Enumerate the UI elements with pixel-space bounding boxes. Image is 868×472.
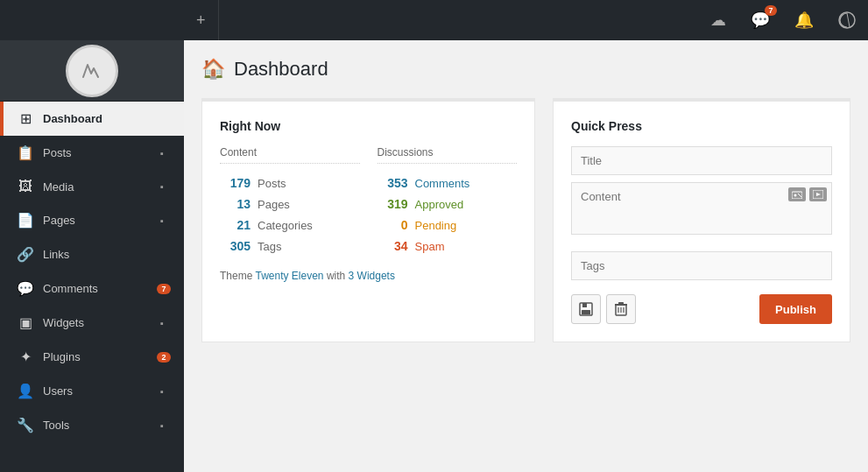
sidebar-item-pages[interactable]: 📄 Pages ▪ (0, 203, 184, 237)
posts-expand-icon: ▪ (153, 148, 171, 159)
disc-row-approved: 319 Approved (378, 194, 518, 215)
sidebar-item-posts[interactable]: 📋 Posts ▪ (0, 136, 184, 170)
wp-logo-svg (79, 58, 105, 84)
theme-name-link[interactable]: Twenty Eleven (255, 270, 323, 282)
logo-circle (66, 45, 118, 97)
sidebar-item-tools[interactable]: 🔧 Tools ▪ (0, 408, 184, 442)
svg-rect-5 (582, 303, 587, 307)
nav-left: 👤 Users (17, 383, 73, 399)
stat-label-tags: Tags (258, 240, 281, 253)
media-icon: 🖼 (17, 179, 34, 194)
sidebar: ⊞ Dashboard 📋 Posts ▪ 🖼 Media ▪ (0, 40, 184, 472)
widgets-expand-icon: ▪ (153, 318, 171, 328)
disc-number-pending: 0 (378, 218, 408, 232)
disc-label-approved[interactable]: Approved (415, 198, 464, 211)
svg-rect-6 (582, 310, 590, 314)
add-image-icon[interactable] (788, 187, 806, 201)
svg-rect-9 (618, 302, 624, 304)
sidebar-item-media[interactable]: 🖼 Media ▪ (0, 170, 184, 203)
sidebar-item-label: Pages (43, 214, 75, 227)
publish-button[interactable]: Publish (759, 294, 832, 324)
nav-left: 💬 Comments (17, 280, 98, 297)
cloud-icon[interactable]: ☁ (698, 0, 738, 40)
widgets-link[interactable]: 3 Widgets (349, 270, 395, 282)
theme-with: with (327, 270, 349, 282)
content-area: 🏠 Dashboard Right Now Content 179 Posts (184, 40, 868, 472)
disc-row-pending: 0 Pending (378, 215, 518, 236)
discussions-column: Discussions 353 Comments 319 Approved 0 … (378, 146, 518, 257)
theme-line: Theme Twenty Eleven with 3 Widgets (220, 270, 517, 282)
users-icon: 👤 (17, 383, 34, 399)
comments-icon[interactable]: 💬 7 (738, 0, 782, 40)
qp-content-wrapper (571, 182, 832, 244)
sidebar-item-label: Posts (43, 146, 72, 159)
theme-text: Theme (220, 270, 252, 282)
disc-label-spam[interactable]: Spam (415, 240, 445, 253)
nav-left: ⊞ Dashboard (17, 110, 102, 127)
sidebar-item-users[interactable]: 👤 Users ▪ (0, 374, 184, 408)
sidebar-item-label: Links (43, 248, 69, 261)
save-draft-button[interactable] (571, 294, 601, 324)
pages-expand-icon: ▪ (153, 215, 171, 226)
sidebar-item-label: Media (43, 180, 74, 194)
nav-left: ▣ Widgets (17, 314, 84, 331)
svg-rect-1 (792, 192, 802, 199)
tools-icon: 🔧 (17, 417, 34, 433)
sidebar-item-label: Plugins (43, 350, 81, 363)
stat-label-posts: Posts (258, 177, 286, 190)
right-now-card: Right Now Content 179 Posts 13 Pages (201, 98, 535, 342)
plugins-icon: ✦ (17, 349, 34, 365)
save-icon (579, 302, 593, 316)
stat-row-pages: 13 Pages (220, 194, 360, 215)
tools-expand-icon: ▪ (153, 420, 171, 431)
sidebar-item-dashboard[interactable]: ⊞ Dashboard (0, 102, 184, 136)
stat-number-pages: 13 (220, 197, 251, 211)
quick-press-tags-input[interactable] (571, 251, 832, 280)
stat-row-categories: 21 Categories (220, 215, 360, 236)
disc-row-comments: 353 Comments (378, 173, 518, 194)
disc-number-spam: 34 (378, 239, 408, 253)
discussions-header: Discussions (378, 146, 518, 164)
content-header: Content (220, 146, 360, 164)
add-new-icon[interactable]: + (184, 0, 219, 40)
nav-left: 📄 Pages (17, 212, 75, 229)
cards-row: Right Now Content 179 Posts 13 Pages (201, 98, 850, 342)
add-media-icon[interactable] (809, 187, 827, 201)
sidebar-item-widgets[interactable]: ▣ Widgets ▪ (0, 306, 184, 340)
posts-icon: 📋 (17, 144, 34, 161)
sidebar-item-comments[interactable]: 💬 Comments 7 (0, 271, 184, 306)
disc-label-pending[interactable]: Pending (415, 219, 457, 232)
dashboard-icon: ⊞ (17, 110, 34, 127)
svg-rect-8 (615, 304, 627, 306)
nav-left: 🔗 Links (17, 246, 69, 263)
disc-number-comments: 353 (378, 176, 408, 190)
disc-label-comments[interactable]: Comments (415, 177, 470, 190)
disc-row-spam: 34 Spam (378, 236, 518, 257)
page-title: Dashboard (234, 58, 328, 81)
pages-icon: 📄 (17, 212, 34, 229)
admin-bar-right: ☁ 💬 7 🔔 (698, 0, 868, 40)
links-icon: 🔗 (17, 246, 34, 263)
quick-press-title: Quick Press (571, 119, 832, 133)
content-column: Content 179 Posts 13 Pages 21 Categories (220, 146, 360, 257)
sidebar-item-links[interactable]: 🔗 Links (0, 237, 184, 271)
nav-left: 🖼 Media (17, 179, 74, 194)
stat-label-categories: Categories (258, 219, 313, 232)
stat-number-tags: 305 (220, 239, 251, 253)
right-now-columns: Content 179 Posts 13 Pages 21 Categories (220, 146, 517, 257)
wordpress-icon[interactable] (826, 0, 868, 40)
bell-icon[interactable]: 🔔 (782, 0, 826, 40)
widgets-icon: ▣ (17, 314, 34, 331)
qp-actions: Publish (571, 294, 832, 324)
admin-bar-left: + (184, 0, 698, 40)
sidebar-item-plugins[interactable]: ✦ Plugins 2 (0, 340, 184, 374)
comments-nav-icon: 💬 (17, 280, 34, 297)
sidebar-item-label: Tools (43, 419, 69, 432)
svg-point-2 (794, 194, 797, 197)
delete-button[interactable] (606, 294, 636, 324)
right-now-title: Right Now (220, 119, 517, 133)
quick-press-title-input[interactable] (571, 146, 832, 175)
main-layout: ⊞ Dashboard 📋 Posts ▪ 🖼 Media ▪ (0, 40, 868, 472)
admin-bar: + ☁ 💬 7 🔔 (0, 0, 868, 40)
page-header: 🏠 Dashboard (201, 58, 850, 81)
